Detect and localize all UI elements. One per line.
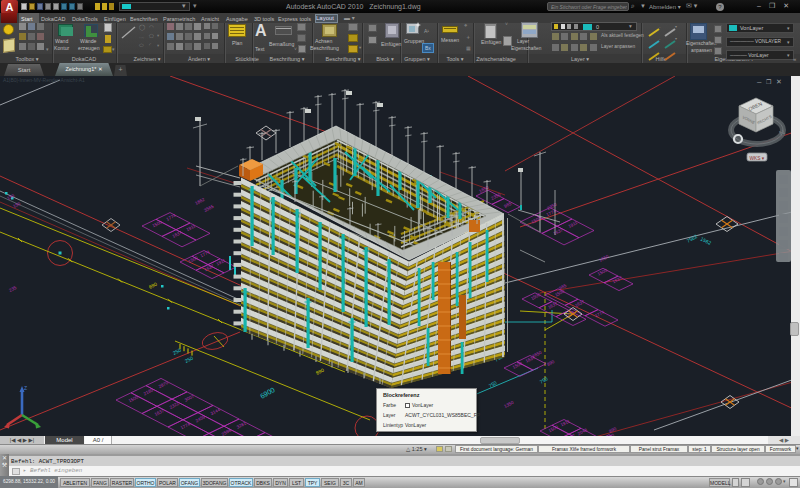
svg-text:1500: 1500: [530, 292, 542, 301]
svg-text:890: 890: [546, 359, 555, 367]
svg-text:1911: 1911: [560, 418, 571, 427]
svg-text:✕: ✕: [776, 78, 782, 85]
svg-text:1562: 1562: [700, 236, 713, 246]
svg-text:❐: ❐: [766, 79, 772, 85]
svg-text:1350: 1350: [503, 400, 515, 409]
svg-text:1774: 1774: [199, 249, 211, 258]
svg-text:690: 690: [148, 281, 158, 290]
svg-text:1500: 1500: [128, 394, 140, 403]
svg-text:1637: 1637: [154, 408, 166, 417]
svg-text:1637: 1637: [547, 301, 559, 310]
svg-text:2048: 2048: [577, 427, 589, 436]
svg-text:2185: 2185: [143, 387, 155, 396]
svg-text:1500: 1500: [187, 255, 199, 264]
svg-text:–: –: [757, 77, 762, 86]
svg-text:1862: 1862: [194, 197, 206, 206]
svg-text:3281: 3281: [236, 420, 248, 429]
svg-text:250: 250: [172, 347, 182, 356]
svg-text:3565: 3565: [203, 204, 215, 213]
svg-text:2650: 2650: [531, 350, 543, 359]
svg-text:1650: 1650: [598, 254, 610, 263]
svg-text:1911: 1911: [215, 258, 226, 267]
svg-text:1637: 1637: [552, 227, 564, 236]
svg-text:750: 750: [488, 379, 498, 388]
svg-text:3007: 3007: [184, 393, 196, 402]
svg-text:235: 235: [8, 285, 17, 293]
svg-text:2870: 2870: [158, 380, 170, 389]
svg-text:2459: 2459: [195, 414, 207, 423]
svg-text:7562: 7562: [686, 233, 699, 244]
svg-text:890: 890: [608, 426, 617, 434]
svg-text:1637: 1637: [612, 275, 624, 284]
svg-text:1500: 1500: [548, 424, 560, 433]
svg-text:1500: 1500: [512, 361, 524, 370]
svg-text:A1|B0|-Innen-MV-Render-Ansicht: A1|B0|-Innen-MV-Render-Ansicht-A1: [3, 77, 85, 83]
svg-text:890: 890: [315, 367, 325, 376]
svg-text:2596: 2596: [221, 428, 233, 436]
svg-text:6900: 6900: [259, 386, 276, 400]
svg-text:3144: 3144: [210, 407, 222, 416]
svg-text:1500: 1500: [597, 267, 609, 276]
svg-text:Z: Z: [24, 385, 27, 391]
svg-text:2322: 2322: [169, 401, 181, 410]
svg-text:250: 250: [184, 355, 194, 364]
svg-text:WKS ▾: WKS ▾: [750, 156, 765, 161]
svg-text:750: 750: [539, 375, 549, 384]
svg-text:1774: 1774: [180, 421, 192, 430]
